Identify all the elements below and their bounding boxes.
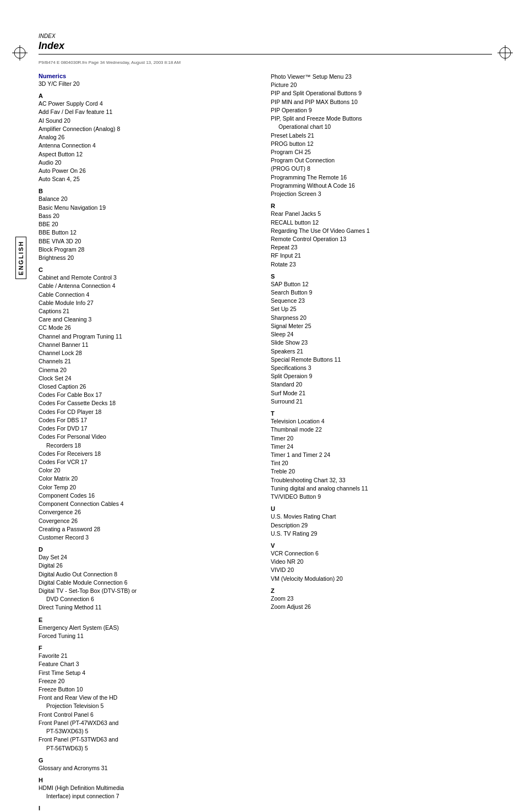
list-item: Codes For DVD 17 (39, 424, 260, 433)
list-item: Bass 20 (39, 212, 260, 220)
list-item: U.S. TV Rating 29 (271, 530, 492, 538)
list-item: Codes For Personal Video (39, 433, 260, 441)
section-letter-f: F (39, 645, 260, 651)
page-container: ENGLISH INDEX Index P9/B474 E 0804030R.f… (0, 33, 525, 812)
list-item: VCR Connection 6 (271, 549, 492, 558)
list-item: VM (Velocity Modulation) 20 (271, 575, 492, 583)
list-item: PT-53WXD63) 5 (39, 727, 260, 735)
list-item: Digital 26 (39, 562, 260, 570)
list-item: Clock Set 24 (39, 374, 260, 383)
list-item: Picture 20 (271, 81, 492, 89)
list-item: Codes For DBS 17 (39, 416, 260, 424)
list-item: Digital Audio Out Connection 8 (39, 570, 260, 579)
list-item: 3D Y/C Filter 20 (39, 80, 260, 88)
header-section: INDEX Index P9/B474 E 0804030R.fm Page 3… (39, 33, 492, 65)
list-item: RF Input 21 (271, 252, 492, 260)
list-item: Zoom Adjust 26 (271, 603, 492, 611)
list-item: RECALL button 12 (271, 219, 492, 227)
list-item: SAP Button 12 (271, 280, 492, 288)
list-item: Programming The Remote 16 (271, 173, 492, 182)
list-item: Digital Cable Module Connection 6 (39, 579, 260, 587)
list-item: Channel and Program Tuning 11 (39, 333, 260, 341)
sidebar-language-label: ENGLISH (15, 237, 26, 279)
list-item: Captions 21 (39, 307, 260, 315)
list-item: Timer 24 (271, 443, 492, 451)
list-item: Convergence 26 (39, 508, 260, 516)
list-item: Color 20 (39, 466, 260, 475)
section-letter-b: B (39, 188, 260, 194)
section-letter-d: D (39, 546, 260, 553)
list-item: PIP, Split and Freeze Mode Buttons (271, 115, 492, 123)
section-letter-r: R (271, 203, 492, 209)
corner-mark-tr (497, 45, 513, 61)
list-item: Tint 20 (271, 459, 492, 467)
list-item: Block Program 28 (39, 246, 260, 254)
list-item: BBE Button 12 (39, 228, 260, 237)
list-item: Specifications 3 (271, 364, 492, 372)
list-item: Balance 20 (39, 195, 260, 203)
list-item: Brightness 20 (39, 254, 260, 262)
header-divider (39, 54, 492, 55)
list-item: Audio 20 (39, 159, 260, 167)
list-item: Projection Television 5 (39, 702, 260, 710)
list-item: AC Power Supply Cord 4 (39, 100, 260, 108)
list-item: Channel Banner 11 (39, 341, 260, 349)
list-item: (PROG OUT) 8 (271, 165, 492, 173)
corner-mark-tl (12, 45, 28, 61)
list-item: PT-56TWD63) 5 (39, 744, 260, 753)
list-item: Add Fav / Del Fav feature 11 (39, 108, 260, 116)
list-item: Forced Tuning 11 (39, 632, 260, 640)
list-item: Aspect Button 12 (39, 150, 260, 159)
list-item: Television Location 4 (271, 417, 492, 426)
list-item: First Time Setup 4 (39, 669, 260, 677)
list-item: PIP and Split Operational Buttons 9 (271, 89, 492, 97)
list-item: Codes For Cassette Decks 18 (39, 399, 260, 407)
list-item: Creating a Password 28 (39, 525, 260, 533)
section-letter-s: S (271, 273, 492, 280)
list-item: Surround 21 (271, 397, 492, 406)
list-item: Cinema 20 (39, 366, 260, 374)
list-item: Preset Labels 21 (271, 132, 492, 140)
list-item: CC Mode 26 (39, 324, 260, 332)
list-item: Analog 26 (39, 133, 260, 141)
list-item: Front Panel (PT-53TWD63 and (39, 735, 260, 744)
list-item: Cabinet and Remote Control 3 (39, 274, 260, 282)
list-item: Cable / Antenna Connection 4 (39, 282, 260, 290)
list-item: Channel Lock 28 (39, 349, 260, 357)
list-item: Search Button 9 (271, 288, 492, 297)
list-item: Auto Power On 26 (39, 167, 260, 175)
list-item: Split Operaion 9 (271, 372, 492, 380)
list-item: Codes For Cable Box 17 (39, 391, 260, 399)
list-item: Cable Connection 4 (39, 291, 260, 299)
list-item: Surf Mode 21 (271, 389, 492, 397)
section-letter-e: E (39, 617, 260, 623)
list-item: Color Temp 20 (39, 483, 260, 492)
list-item: PROG button 12 (271, 140, 492, 148)
list-item: Digital TV - Set-Top Box (DTV-STB) or (39, 587, 260, 595)
list-item: Program Out Connection (271, 156, 492, 165)
list-item: Repeat 23 (271, 243, 492, 252)
list-item: VIVID 20 (271, 566, 492, 574)
list-item: Favorite 21 (39, 652, 260, 660)
header-title: Index (39, 40, 492, 52)
list-item: Troubleshooting Chart 32, 33 (271, 476, 492, 484)
section-letter-z: Z (271, 587, 492, 594)
list-item: Channels 21 (39, 357, 260, 366)
section-letter-v: V (271, 542, 492, 549)
list-item: Component Connection Cables 4 (39, 500, 260, 508)
list-item: DVD Connection 6 (39, 595, 260, 603)
list-item: Front and Rear View of the HD (39, 694, 260, 702)
list-item: Timer 1 and Timer 2 24 (271, 451, 492, 459)
list-item: Cable Module Info 27 (39, 299, 260, 307)
section-letter-g: G (39, 757, 260, 764)
list-item: Sleep 24 (271, 330, 492, 339)
list-item: Timer 20 (271, 434, 492, 443)
list-item: U.S. Movies Rating Chart (271, 513, 492, 521)
list-item: Closed Caption 26 (39, 383, 260, 391)
list-item: Regarding The Use Of Video Games 1 (271, 227, 492, 235)
list-item: Codes For CD Player 18 (39, 408, 260, 416)
list-item: HDMI (High Definition Multimedia (39, 784, 260, 792)
list-item: Photo Viewer™ Setup Menu 23 (271, 73, 492, 81)
list-item: Video NR 20 (271, 558, 492, 566)
main-content: INDEX Index P9/B474 E 0804030R.fm Page 3… (39, 33, 492, 812)
